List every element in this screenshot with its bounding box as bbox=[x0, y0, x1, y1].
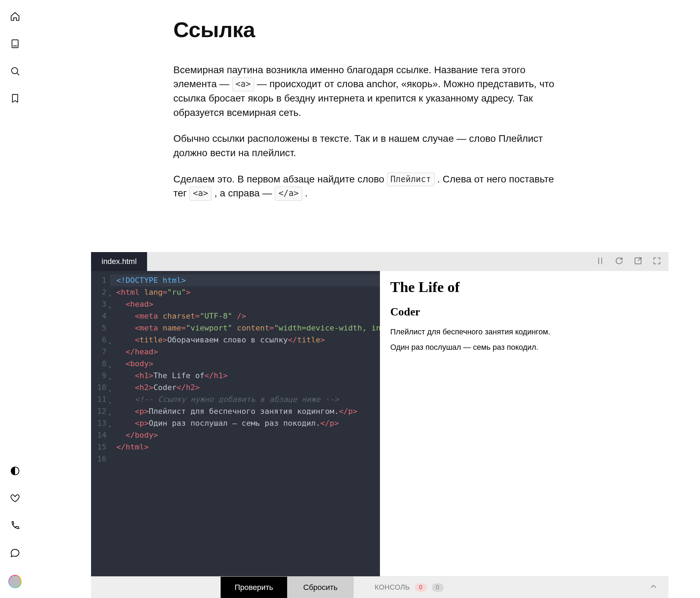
preview-h1: The Life of bbox=[390, 279, 658, 295]
reset-button[interactable]: Сбросить bbox=[287, 577, 354, 598]
reload-icon[interactable] bbox=[615, 256, 624, 267]
svg-point-1 bbox=[12, 68, 18, 74]
preview-paragraph: Плейлист для беспечного занятия кодингом… bbox=[390, 327, 658, 336]
heart-icon[interactable] bbox=[10, 493, 20, 505]
code-chip: <a> bbox=[232, 77, 254, 91]
code-chip: <a> bbox=[189, 187, 212, 201]
preview-h2: Coder bbox=[390, 305, 658, 318]
code-editor[interactable]: 12345678910111213141516 <!DOCTYPE html><… bbox=[91, 271, 380, 576]
code-chip: </a> bbox=[275, 187, 302, 201]
console-label: КОНСОЛЬ bbox=[375, 583, 410, 591]
phone-icon[interactable] bbox=[10, 520, 20, 532]
page-title: Ссылка bbox=[173, 14, 555, 46]
home-icon[interactable] bbox=[10, 11, 20, 23]
lesson-paragraph-1: Всемирная паутина возникла именно благод… bbox=[173, 63, 555, 120]
sidebar bbox=[0, 0, 30, 598]
editor-gutter: 12345678910111213141516 bbox=[91, 271, 110, 576]
bookmark-icon[interactable] bbox=[10, 93, 20, 105]
search-icon[interactable] bbox=[10, 66, 20, 78]
console-bar[interactable]: КОНСОЛЬ 0 0 bbox=[354, 577, 668, 598]
theme-icon[interactable] bbox=[10, 466, 20, 478]
chat-icon[interactable] bbox=[10, 548, 20, 559]
open-new-window-icon[interactable] bbox=[633, 256, 643, 267]
editor-code[interactable]: <!DOCTYPE html><html lang="ru"> <head> <… bbox=[110, 271, 380, 576]
book-icon[interactable] bbox=[10, 39, 20, 50]
preview-paragraph: Один раз послушал — семь раз покодил. bbox=[390, 343, 658, 352]
check-button[interactable]: Проверить bbox=[221, 577, 287, 598]
code-chip: Плейлист bbox=[387, 173, 435, 187]
tab-index-html[interactable]: index.html bbox=[91, 252, 147, 271]
preview-pane: The Life of Coder Плейлист для беспечног… bbox=[380, 271, 669, 576]
avatar[interactable] bbox=[8, 575, 22, 588]
lesson-paragraph-2: Обычно ссылки расположены в тексте. Так … bbox=[173, 132, 555, 160]
ide-panel: index.html 12345678910111213141516 < bbox=[91, 252, 668, 598]
ide-tabbar: index.html bbox=[91, 252, 668, 271]
pause-icon[interactable] bbox=[596, 256, 605, 267]
console-errors-badge: 0 bbox=[415, 583, 427, 592]
console-warnings-badge: 0 bbox=[432, 583, 444, 592]
ide-action-bar: Проверить Сбросить КОНСОЛЬ 0 0 bbox=[91, 576, 668, 598]
lesson-content: Ссылка Всемирная паутина возникла именно… bbox=[173, 14, 555, 213]
chevron-up-icon[interactable] bbox=[649, 582, 658, 593]
lesson-paragraph-3: Сделаем это. В первом абзаце найдите сло… bbox=[173, 172, 555, 201]
svg-rect-0 bbox=[12, 40, 18, 48]
fullscreen-icon[interactable] bbox=[652, 256, 661, 267]
